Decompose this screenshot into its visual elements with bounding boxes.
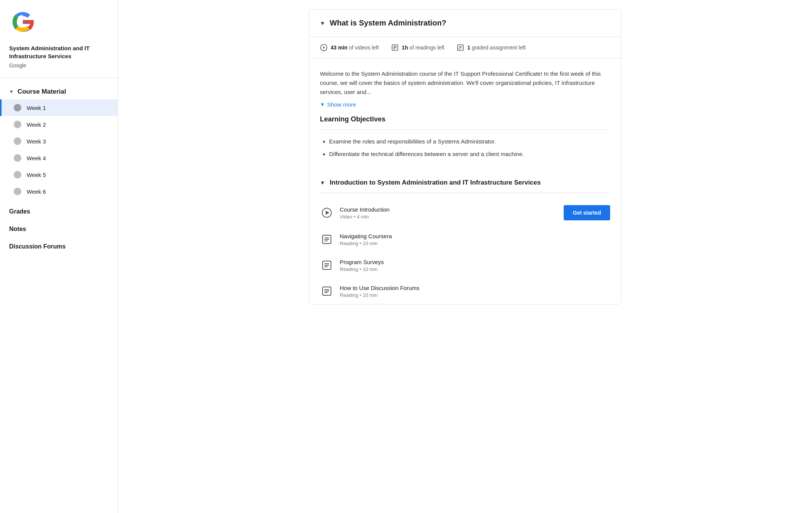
sidebar-item-week1[interactable]: Week 1 — [0, 99, 118, 116]
description-text: Welcome to the System Administration cou… — [320, 69, 610, 97]
sidebar-item-notes[interactable]: Notes — [0, 220, 118, 238]
course-material-header[interactable]: ▼ Course Material — [0, 84, 118, 99]
learning-objectives-area: Learning Objectives Examine the roles an… — [309, 115, 621, 170]
course-item-2: Navigating Coursera Reading • 10 min — [309, 226, 621, 252]
week1-circle-icon — [14, 104, 21, 112]
google-logo-icon — [9, 9, 37, 37]
course-title: System Administration and IT Infrastruct… — [9, 44, 109, 60]
assignment-icon — [457, 44, 464, 51]
main-content: ▼ What is System Administration? 43 min … — [118, 0, 812, 513]
reading-icon-3 — [320, 258, 334, 272]
week4-circle-icon — [14, 154, 21, 162]
subsection-divider — [320, 193, 610, 193]
learning-objectives-title: Learning Objectives — [320, 115, 610, 123]
sidebar-item-week2[interactable]: Week 2 — [0, 116, 118, 133]
week3-label: Week 3 — [27, 138, 46, 145]
course-item-3-name: Program Surveys — [340, 259, 610, 265]
course-item-1: Course Introduction Video • 4 min Get st… — [309, 199, 621, 226]
video-icon — [320, 206, 334, 220]
readings-meta: 1h of readings left — [391, 44, 444, 51]
sidebar: System Administration and IT Infrastruct… — [0, 0, 118, 513]
readings-text: 1h of readings left — [402, 45, 444, 51]
description-area: Welcome to the System Administration cou… — [309, 59, 621, 97]
sidebar-divider — [0, 78, 118, 78]
course-item-3: Program Surveys Reading • 10 min — [309, 252, 621, 278]
course-item-2-name: Navigating Coursera — [340, 233, 610, 239]
week4-label: Week 4 — [27, 155, 46, 161]
course-item-4-meta: Reading • 10 min — [340, 292, 610, 298]
learning-objectives-list: Examine the roles and responsibilities o… — [320, 137, 610, 158]
lo-item-1: Examine the roles and responsibilities o… — [329, 137, 610, 146]
course-item-1-meta: Video • 4 min — [340, 214, 558, 220]
section-chevron-icon[interactable]: ▼ — [320, 20, 325, 26]
subsection-header: ▼ Introduction to System Administration … — [309, 170, 621, 186]
course-item-1-name: Course Introduction — [340, 206, 558, 213]
sidebar-item-week4[interactable]: Week 4 — [0, 150, 118, 166]
course-material-label: Course Material — [18, 88, 66, 96]
chevron-down-icon: ▼ — [9, 89, 14, 94]
videos-bold: 43 min of videos left — [331, 45, 379, 51]
lo-item-2: Differentiate the technical differences … — [329, 150, 610, 159]
show-more-label: Show more — [327, 101, 356, 108]
course-item-4-name: How to Use Discussion Forums — [340, 285, 610, 291]
lo-divider — [320, 129, 610, 130]
section-meta: 43 min of videos left 1h of readings lef… — [309, 37, 621, 59]
week6-circle-icon — [14, 188, 21, 195]
section-title: What is System Administration? — [330, 19, 446, 27]
sidebar-item-discussion-forums[interactable]: Discussion Forums — [0, 238, 118, 255]
reading-icon-2 — [320, 233, 334, 246]
assignments-text: 1 graded assignment left — [467, 45, 526, 51]
course-item-2-info: Navigating Coursera Reading • 10 min — [340, 233, 610, 246]
week5-label: Week 5 — [27, 172, 46, 178]
sidebar-item-week5[interactable]: Week 5 — [0, 166, 118, 183]
section-card-header: ▼ What is System Administration? — [309, 10, 621, 37]
svg-marker-12 — [326, 211, 329, 215]
svg-point-10 — [459, 49, 460, 50]
assignments-meta: 1 graded assignment left — [457, 44, 526, 51]
course-item-3-info: Program Surveys Reading • 10 min — [340, 259, 610, 272]
content-inner: ▼ What is System Administration? 43 min … — [294, 0, 636, 314]
play-icon — [320, 44, 328, 51]
get-started-button[interactable]: Get started — [564, 205, 610, 220]
sidebar-item-grades[interactable]: Grades — [0, 203, 118, 220]
course-provider: Google — [9, 62, 109, 69]
logo-area: System Administration and IT Infrastruct… — [0, 9, 118, 78]
subsection-title: Introduction to System Administration an… — [330, 179, 541, 186]
week6-label: Week 6 — [27, 188, 46, 195]
section-card: ▼ What is System Administration? 43 min … — [309, 9, 621, 304]
week1-label: Week 1 — [27, 105, 46, 111]
week5-circle-icon — [14, 171, 21, 178]
svg-marker-2 — [323, 46, 325, 49]
course-item-4-info: How to Use Discussion Forums Reading • 1… — [340, 285, 610, 298]
sidebar-item-week6[interactable]: Week 6 — [0, 183, 118, 200]
sidebar-item-week3[interactable]: Week 3 — [0, 133, 118, 150]
show-more-chevron-icon: ▼ — [320, 102, 325, 107]
reading-icon — [391, 44, 399, 51]
reading-icon-4 — [320, 284, 334, 298]
course-item-2-meta: Reading • 10 min — [340, 241, 610, 246]
course-item-3-meta: Reading • 10 min — [340, 266, 610, 272]
course-material-section: ▼ Course Material Week 1 Week 2 Week 3 W… — [0, 84, 118, 203]
videos-meta: 43 min of videos left — [320, 44, 379, 51]
course-item-1-info: Course Introduction Video • 4 min — [340, 206, 558, 220]
subsection-chevron-icon[interactable]: ▼ — [320, 180, 325, 186]
week2-label: Week 2 — [27, 121, 46, 128]
week2-circle-icon — [14, 121, 21, 128]
week3-circle-icon — [14, 137, 21, 145]
week-list: Week 1 Week 2 Week 3 Week 4 Week 5 Week … — [0, 99, 118, 200]
course-item-4: How to Use Discussion Forums Reading • 1… — [309, 278, 621, 304]
show-more-button[interactable]: ▼ Show more — [309, 97, 367, 115]
